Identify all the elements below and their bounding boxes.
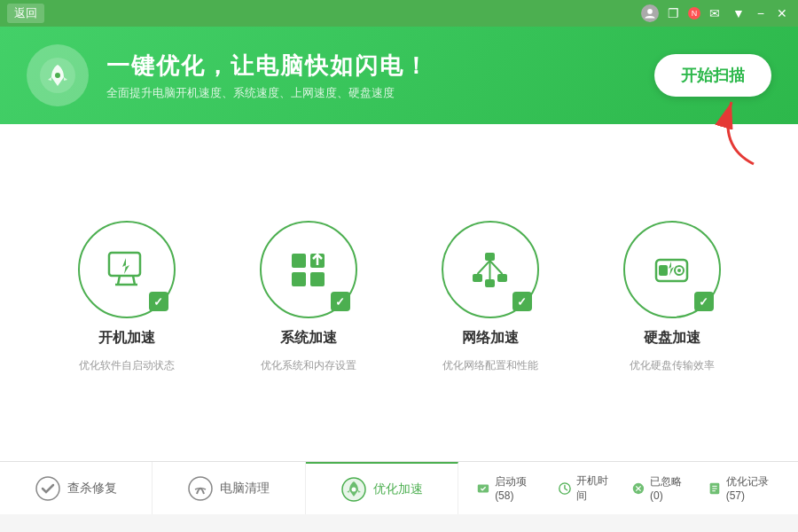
svg-line-14	[490, 261, 503, 274]
svg-rect-9	[485, 253, 495, 261]
feature-network-circle[interactable]: ✓	[442, 221, 539, 318]
optimize-record-info[interactable]: 优化记录(57)	[708, 474, 780, 502]
svg-point-2	[55, 73, 60, 78]
tab-clean-label: 电脑清理	[220, 481, 270, 497]
disk-desc: 优化硬盘传输效率	[630, 358, 715, 373]
tab-repair[interactable]: 查杀修复	[0, 462, 153, 514]
bottom-info-bar: 启动项(58) 开机时间 已忽略(0) 优化记录(57)	[458, 462, 798, 514]
svg-rect-12	[485, 279, 495, 287]
system-name: 系统加速	[280, 329, 337, 348]
system-desc: 优化系统和内存设置	[261, 358, 356, 373]
title-bar-right: ❐ N ✉ ▼ − ✕	[641, 4, 791, 22]
minimize-button[interactable]: −	[754, 6, 768, 20]
feature-boot: ✓ 开机加速 优化软件自启动状态	[35, 221, 217, 373]
header-text: 一键优化，让电脑快如闪电！ 全面提升电脑开机速度、系统速度、上网速度、硬盘速度	[106, 51, 654, 101]
header-subtitle: 全面提升电脑开机速度、系统速度、上网速度、硬盘速度	[106, 85, 654, 101]
feature-system: ✓ 系统加速 优化系统和内存设置	[217, 221, 399, 373]
boot-name: 开机加速	[98, 329, 155, 348]
share-icon[interactable]: ❐	[664, 6, 683, 20]
start-scan-button[interactable]: 开始扫描	[654, 54, 771, 97]
boot-time-info[interactable]: 开机时间	[558, 473, 614, 504]
header-section: 一键优化，让电脑快如闪电！ 全面提升电脑开机速度、系统速度、上网速度、硬盘速度 …	[0, 27, 798, 124]
feature-network: ✓ 网络加速 优化网络配置和性能	[399, 221, 581, 373]
network-desc: 优化网络配置和性能	[442, 358, 538, 373]
boot-check: ✓	[149, 292, 168, 311]
svg-rect-11	[497, 274, 507, 282]
bottom-bar: 查杀修复 电脑清理 优化加速 启动项(58)	[0, 461, 798, 514]
ignored-info[interactable]: 已忽略(0)	[631, 474, 690, 502]
feature-system-circle[interactable]: ✓	[260, 221, 357, 318]
svg-rect-17	[659, 265, 668, 276]
back-button[interactable]: 返回	[7, 4, 44, 23]
svg-point-23	[351, 487, 356, 491]
header-title: 一键优化，让电脑快如闪电！	[106, 51, 654, 82]
startup-info[interactable]: 启动项(58)	[476, 474, 540, 502]
title-bar: 返回 ❐ N ✉ ▼ − ✕	[0, 0, 798, 27]
network-name: 网络加速	[462, 329, 519, 348]
tab-repair-label: 查杀修复	[67, 481, 117, 497]
boot-time-label: 开机时间	[576, 473, 614, 504]
tab-optimize[interactable]: 优化加速	[306, 462, 458, 514]
header-logo	[27, 44, 89, 106]
system-check: ✓	[331, 292, 350, 311]
startup-label: 启动项(58)	[495, 474, 540, 502]
title-bar-left: 返回	[7, 4, 44, 23]
arrow-indicator	[683, 93, 771, 173]
svg-rect-7	[292, 272, 306, 286]
main-content: ✓ 开机加速 优化软件自启动状态 ✓ 系统加速 优化系统和内存设置	[0, 124, 798, 461]
ignored-label: 已忽略(0)	[650, 474, 690, 502]
notification-badge[interactable]: N	[688, 7, 700, 20]
settings-icon[interactable]: ▼	[729, 6, 748, 20]
disk-name: 硬盘加速	[644, 329, 700, 348]
close-button[interactable]: ✕	[773, 6, 791, 20]
optimize-record-label: 优化记录(57)	[726, 474, 780, 502]
tab-optimize-label: 优化加速	[373, 481, 423, 497]
svg-point-20	[36, 477, 59, 500]
feature-boot-circle[interactable]: ✓	[78, 221, 176, 318]
avatar-icon[interactable]	[641, 4, 659, 22]
feature-disk-circle[interactable]: ✓	[623, 221, 721, 318]
boot-desc: 优化软件自启动状态	[79, 358, 175, 373]
svg-rect-8	[310, 272, 325, 286]
network-check: ✓	[512, 292, 532, 311]
message-icon[interactable]: ✉	[706, 6, 724, 20]
svg-point-0	[647, 9, 653, 14]
svg-rect-10	[473, 274, 482, 282]
svg-line-13	[478, 261, 490, 274]
feature-disk: ✓ 硬盘加速 优化硬盘传输效率	[581, 221, 763, 373]
svg-rect-5	[292, 254, 306, 268]
disk-check: ✓	[694, 292, 714, 311]
svg-point-19	[677, 269, 681, 272]
tab-clean[interactable]: 电脑清理	[153, 462, 305, 514]
